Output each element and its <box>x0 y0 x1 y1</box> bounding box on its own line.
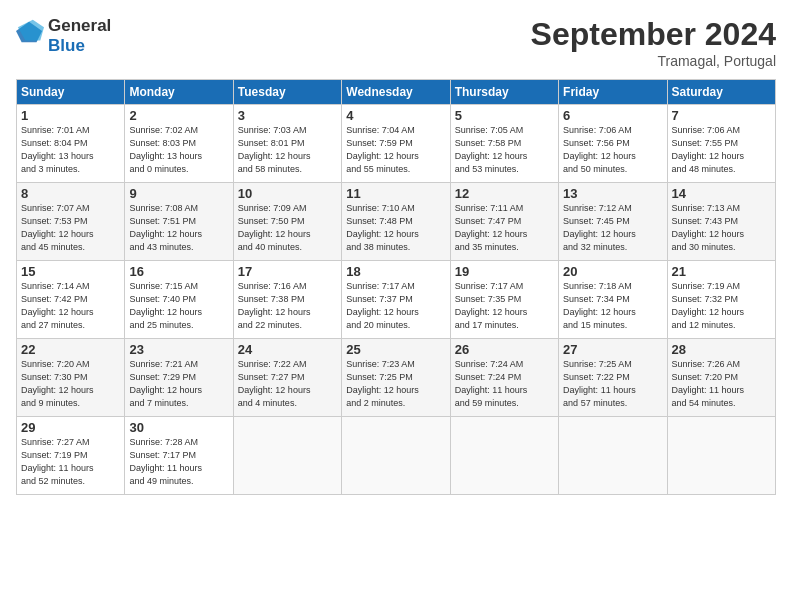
logo-text: General Blue <box>48 16 111 55</box>
calendar-page: General Blue September 2024 Tramagal, Po… <box>0 0 792 612</box>
day-19: 19 Sunrise: 7:17 AMSunset: 7:35 PMDaylig… <box>450 261 558 339</box>
day-14: 14 Sunrise: 7:13 AMSunset: 7:43 PMDaylig… <box>667 183 775 261</box>
day-10: 10 Sunrise: 7:09 AMSunset: 7:50 PMDaylig… <box>233 183 341 261</box>
week-row-5: 29 Sunrise: 7:27 AMSunset: 7:19 PMDaylig… <box>17 417 776 495</box>
week-row-4: 22 Sunrise: 7:20 AMSunset: 7:30 PMDaylig… <box>17 339 776 417</box>
month-title: September 2024 <box>531 16 776 53</box>
day-8: 8 Sunrise: 7:07 AMSunset: 7:53 PMDayligh… <box>17 183 125 261</box>
day-26: 26 Sunrise: 7:24 AMSunset: 7:24 PMDaylig… <box>450 339 558 417</box>
header-friday: Friday <box>559 80 667 105</box>
day-27: 27 Sunrise: 7:25 AMSunset: 7:22 PMDaylig… <box>559 339 667 417</box>
empty-cell-5 <box>667 417 775 495</box>
day-21: 21 Sunrise: 7:19 AMSunset: 7:32 PMDaylig… <box>667 261 775 339</box>
day-28: 28 Sunrise: 7:26 AMSunset: 7:20 PMDaylig… <box>667 339 775 417</box>
day-23: 23 Sunrise: 7:21 AMSunset: 7:29 PMDaylig… <box>125 339 233 417</box>
logo-icon <box>16 18 44 46</box>
day-20: 20 Sunrise: 7:18 AMSunset: 7:34 PMDaylig… <box>559 261 667 339</box>
location: Tramagal, Portugal <box>531 53 776 69</box>
day-2: 2 Sunrise: 7:02 AMSunset: 8:03 PMDayligh… <box>125 105 233 183</box>
week-row-1: 1 Sunrise: 7:01 AMSunset: 8:04 PMDayligh… <box>17 105 776 183</box>
empty-cell-4 <box>559 417 667 495</box>
day-12: 12 Sunrise: 7:11 AMSunset: 7:47 PMDaylig… <box>450 183 558 261</box>
header-sunday: Sunday <box>17 80 125 105</box>
title-block: September 2024 Tramagal, Portugal <box>531 16 776 69</box>
day-1: 1 Sunrise: 7:01 AMSunset: 8:04 PMDayligh… <box>17 105 125 183</box>
empty-cell-2 <box>342 417 450 495</box>
day-4: 4 Sunrise: 7:04 AMSunset: 7:59 PMDayligh… <box>342 105 450 183</box>
header-thursday: Thursday <box>450 80 558 105</box>
day-5: 5 Sunrise: 7:05 AMSunset: 7:58 PMDayligh… <box>450 105 558 183</box>
day-6: 6 Sunrise: 7:06 AMSunset: 7:56 PMDayligh… <box>559 105 667 183</box>
day-17: 17 Sunrise: 7:16 AMSunset: 7:38 PMDaylig… <box>233 261 341 339</box>
empty-cell-3 <box>450 417 558 495</box>
day-11: 11 Sunrise: 7:10 AMSunset: 7:48 PMDaylig… <box>342 183 450 261</box>
day-30: 30 Sunrise: 7:28 AMSunset: 7:17 PMDaylig… <box>125 417 233 495</box>
day-13: 13 Sunrise: 7:12 AMSunset: 7:45 PMDaylig… <box>559 183 667 261</box>
day-16: 16 Sunrise: 7:15 AMSunset: 7:40 PMDaylig… <box>125 261 233 339</box>
calendar-table: Sunday Monday Tuesday Wednesday Thursday… <box>16 79 776 495</box>
day-29: 29 Sunrise: 7:27 AMSunset: 7:19 PMDaylig… <box>17 417 125 495</box>
header-tuesday: Tuesday <box>233 80 341 105</box>
header-wednesday: Wednesday <box>342 80 450 105</box>
day-22: 22 Sunrise: 7:20 AMSunset: 7:30 PMDaylig… <box>17 339 125 417</box>
day-18: 18 Sunrise: 7:17 AMSunset: 7:37 PMDaylig… <box>342 261 450 339</box>
empty-cell-1 <box>233 417 341 495</box>
logo: General Blue <box>16 16 111 55</box>
day-9: 9 Sunrise: 7:08 AMSunset: 7:51 PMDayligh… <box>125 183 233 261</box>
header-monday: Monday <box>125 80 233 105</box>
day-15: 15 Sunrise: 7:14 AMSunset: 7:42 PMDaylig… <box>17 261 125 339</box>
weekday-header-row: Sunday Monday Tuesday Wednesday Thursday… <box>17 80 776 105</box>
day-24: 24 Sunrise: 7:22 AMSunset: 7:27 PMDaylig… <box>233 339 341 417</box>
header-saturday: Saturday <box>667 80 775 105</box>
day-25: 25 Sunrise: 7:23 AMSunset: 7:25 PMDaylig… <box>342 339 450 417</box>
week-row-2: 8 Sunrise: 7:07 AMSunset: 7:53 PMDayligh… <box>17 183 776 261</box>
week-row-3: 15 Sunrise: 7:14 AMSunset: 7:42 PMDaylig… <box>17 261 776 339</box>
header: General Blue September 2024 Tramagal, Po… <box>16 16 776 69</box>
day-7: 7 Sunrise: 7:06 AMSunset: 7:55 PMDayligh… <box>667 105 775 183</box>
day-3: 3 Sunrise: 7:03 AMSunset: 8:01 PMDayligh… <box>233 105 341 183</box>
